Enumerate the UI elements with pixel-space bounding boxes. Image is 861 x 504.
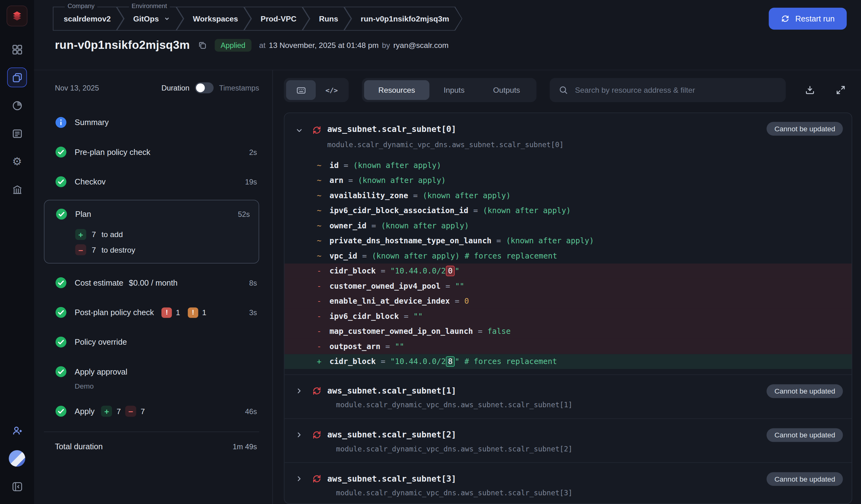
diff-line-removed: -cidr_block="10.44.0.0/20" [284, 263, 852, 278]
restart-run-button[interactable]: Restart run [769, 8, 847, 30]
chevron-right-icon[interactable] [293, 473, 305, 485]
total-duration-row: Total duration 1m 49s [44, 432, 259, 451]
invite-user-icon[interactable] [7, 421, 27, 440]
resource-module-path: module.scalr_dynamic_vpc_dns.aws_subnet.… [336, 489, 843, 497]
stage-plan[interactable]: Plan 52s [55, 202, 250, 227]
collapse-sidebar-icon[interactable] [7, 477, 27, 496]
breadcrumb-company[interactable]: Company scalrdemov2 [53, 6, 124, 31]
added-char-highlight: 8 [446, 356, 455, 367]
breadcrumb-environment[interactable]: Environment GitOps [117, 6, 183, 31]
stage-policy-override[interactable]: Policy override [44, 327, 259, 357]
runs-list-icon[interactable] [7, 123, 27, 144]
check-icon [55, 276, 67, 289]
plan-to-destroy-row[interactable]: − 7 to destroy [55, 242, 250, 257]
code-view-button[interactable]: </> [317, 80, 346, 100]
chevron-down-icon[interactable] [293, 125, 305, 137]
search-input[interactable] [575, 85, 777, 94]
diff-line: ~arn=(known after apply) [284, 173, 852, 188]
diff-line: ~vpc_id=(known after apply)# forces repl… [284, 248, 852, 263]
breadcrumb-workspaces[interactable]: Workspaces [176, 6, 251, 31]
dashboard-icon[interactable] [7, 40, 27, 59]
scalr-logo-icon [11, 10, 23, 22]
timeline-header: Nov 13, 2025 Duration Timestamps [44, 82, 259, 93]
minus-icon: − [75, 244, 86, 255]
chevron-down-icon [164, 15, 170, 22]
cannot-update-badge: Cannot be updated [767, 384, 843, 398]
stage-pre-plan-policy-check[interactable]: Pre-plan policy check 2s [44, 137, 259, 167]
resource-row[interactable]: aws_subnet.scalr_subnet[2] Cannot be upd… [284, 419, 852, 462]
page-title: run-v0p1nsikfo2mjsq3m [55, 39, 190, 52]
reports-icon[interactable] [7, 96, 27, 115]
resource-row[interactable]: aws_subnet.scalr_subnet[1] Cannot be upd… [284, 374, 852, 419]
resources-list: aws_subnet.scalr_subnet[0] Cannot be upd… [284, 113, 852, 504]
sidebar-nav: ⚙ [7, 40, 27, 200]
resource-header[interactable]: aws_subnet.scalr_subnet[0] Cannot be upd… [284, 113, 852, 137]
copy-run-id-icon[interactable] [197, 40, 207, 50]
chevron-right-icon[interactable] [293, 385, 305, 397]
stage-summary[interactable]: Summary [44, 108, 259, 137]
removed-char-highlight: 0 [446, 266, 455, 276]
resource-module-path: module.scalr_dynamic_vpc_dns.aws_subnet.… [327, 141, 852, 149]
stage-plan-card[interactable]: Plan 52s + 7 to add − 7 to destroy [44, 200, 259, 263]
check-icon [55, 208, 68, 220]
stage-list: Summary Pre-plan policy check 2s Checkov… [44, 108, 259, 451]
replace-icon [312, 474, 322, 483]
diff-line-removed: -ipv6_cidr_block="" [284, 309, 852, 324]
output-tabs: Resources Inputs Outputs [362, 78, 536, 103]
plus-icon: + [101, 406, 112, 417]
tab-outputs[interactable]: Outputs [479, 80, 534, 100]
scalr-logo[interactable] [6, 5, 27, 26]
stage-checkov[interactable]: Checkov 19s [44, 167, 259, 196]
check-icon [55, 336, 67, 348]
stage-cost-estimate[interactable]: Cost estimate $0.00 / month 8s [44, 268, 259, 297]
workspaces-icon[interactable] [7, 68, 27, 87]
title-row: run-v0p1nsikfo2mjsq3m Applied at 13 Nove… [55, 39, 861, 52]
cannot-update-badge: Cannot be updated [767, 472, 843, 486]
warning-icon: ! [161, 307, 172, 318]
resource-module-path: module.scalr_dynamic_vpc_dns.aws_subnet.… [336, 445, 843, 453]
sidebar-bottom [7, 421, 27, 496]
expand-icon [835, 85, 846, 96]
cannot-update-badge: Cannot be updated [767, 122, 843, 136]
resource-search[interactable] [550, 78, 786, 103]
plan-to-add-row[interactable]: + 7 to add [55, 227, 250, 242]
company-label: Company [65, 3, 97, 9]
user-avatar[interactable] [9, 450, 25, 467]
check-icon [55, 307, 67, 318]
duration-label: Duration [161, 84, 189, 92]
warning-icon: ! [188, 307, 199, 318]
tab-resources[interactable]: Resources [364, 80, 429, 100]
replace-icon [312, 386, 322, 396]
tab-inputs[interactable]: Inputs [429, 80, 479, 100]
resource-module-path: module.scalr_dynamic_vpc_dns.aws_subnet.… [336, 401, 843, 409]
expand-button[interactable] [830, 80, 851, 100]
app-root: ⚙ Company scalrdemov2 [0, 0, 861, 504]
info-icon [55, 117, 67, 128]
chevron-right-icon[interactable] [293, 429, 305, 441]
code-icon: </> [325, 86, 338, 94]
breadcrumb: Company scalrdemov2 Environment GitOps W… [53, 6, 462, 31]
output-toolbar: </> Resources Inputs Outputs [284, 78, 852, 103]
download-button[interactable] [800, 80, 820, 100]
stage-apply[interactable]: Apply + 7 − 7 46s [44, 396, 259, 426]
diff-line: ~owner_id=(known after apply) [284, 218, 852, 233]
duration-timestamps-toggle[interactable] [195, 82, 214, 93]
organization-icon[interactable] [7, 179, 27, 200]
minus-icon: − [125, 406, 136, 417]
timeline-date: Nov 13, 2025 [55, 84, 99, 92]
run-timeline-panel: Nov 13, 2025 Duration Timestamps Summary [34, 70, 273, 504]
apply-approval-sub: Demo [44, 382, 259, 396]
breadcrumb-run-id[interactable]: run-v0p1nsikfo2mjsq3m [344, 6, 463, 31]
replace-icon [312, 125, 322, 135]
settings-gear-icon[interactable]: ⚙ [7, 151, 27, 172]
structured-view-button[interactable] [286, 80, 316, 100]
resource-row[interactable]: aws_subnet.scalr_subnet[3] Cannot be upd… [284, 462, 852, 504]
stage-post-plan-policy-check[interactable]: Post-plan policy check ! 1 ! 1 3s [44, 297, 259, 327]
diff-line-added: +cidr_block="10.44.0.0/28"# forces repla… [284, 354, 852, 369]
console-view-icon [296, 85, 306, 96]
diff-line: ~availability_zone=(known after apply) [284, 188, 852, 203]
breadcrumb-workspace[interactable]: Prod-VPC [244, 6, 310, 31]
resource-diff: ~id=(known after apply) ~arn=(known afte… [284, 158, 852, 374]
cost-estimate-value: $0.00 / month [129, 278, 178, 287]
diff-line: ~private_dns_hostname_type_on_launch=(kn… [284, 233, 852, 248]
